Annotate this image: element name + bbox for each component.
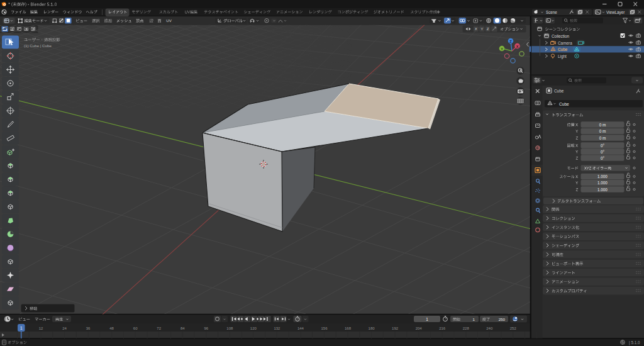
svg-text:204: 204 (416, 326, 423, 330)
svg-text:96: 96 (204, 326, 208, 330)
svg-text:1.000: 1.000 (597, 181, 608, 185)
svg-text:X: X (516, 45, 519, 48)
svg-text:0°: 0° (601, 150, 605, 154)
svg-text:108: 108 (226, 326, 233, 330)
svg-text:1.000: 1.000 (597, 174, 608, 179)
svg-text:1: 1 (20, 326, 23, 330)
svg-text:192: 192 (392, 326, 399, 330)
svg-text:Cube: Cube (554, 89, 564, 93)
svg-text:156: 156 (321, 326, 328, 330)
svg-text:Collection: Collection (552, 34, 570, 38)
svg-text:Cube: Cube (558, 47, 568, 52)
svg-text:84: 84 (180, 326, 185, 330)
svg-text:132: 132 (274, 326, 280, 330)
svg-text:24: 24 (62, 326, 67, 330)
svg-text:36: 36 (86, 326, 91, 330)
svg-text:Y: Y (501, 47, 503, 51)
svg-text:12: 12 (39, 326, 43, 330)
svg-text:Z: Z (487, 26, 489, 31)
svg-text:168: 168 (345, 326, 352, 330)
svg-text:0°: 0° (601, 143, 605, 148)
svg-text:Scene: Scene (546, 10, 557, 14)
svg-text:240: 240 (486, 326, 493, 330)
svg-text:0 m: 0 m (599, 136, 606, 140)
svg-text:0 m: 0 m (599, 123, 606, 127)
svg-text:1.000: 1.000 (597, 187, 608, 192)
svg-text:48: 48 (109, 326, 114, 330)
svg-text:Cube: Cube (559, 102, 569, 106)
svg-text:216: 216 (439, 326, 446, 330)
svg-text:Y: Y (480, 26, 483, 31)
svg-text:1: 1 (426, 317, 428, 321)
svg-text:0 m: 0 m (599, 129, 606, 133)
svg-text:(1) Cube | Cube: (1) Cube | Cube (24, 43, 52, 48)
svg-text:| 5.1.0: | 5.1.0 (629, 340, 640, 345)
svg-text:228: 228 (463, 326, 470, 330)
svg-text:Camera: Camera (558, 41, 572, 45)
svg-text:1: 1 (473, 317, 475, 321)
svg-text:Light: Light (558, 54, 567, 59)
svg-text:120: 120 (250, 326, 257, 330)
svg-text:144: 144 (297, 326, 304, 330)
svg-text:250: 250 (499, 317, 506, 321)
svg-text:252: 252 (510, 326, 517, 330)
svg-text:UV: UV (166, 18, 172, 23)
svg-text:60: 60 (133, 326, 138, 330)
svg-text:180: 180 (369, 326, 375, 330)
svg-text:ViewLayer: ViewLayer (606, 10, 625, 15)
svg-text:72: 72 (157, 326, 161, 330)
svg-text:0°: 0° (601, 156, 605, 160)
